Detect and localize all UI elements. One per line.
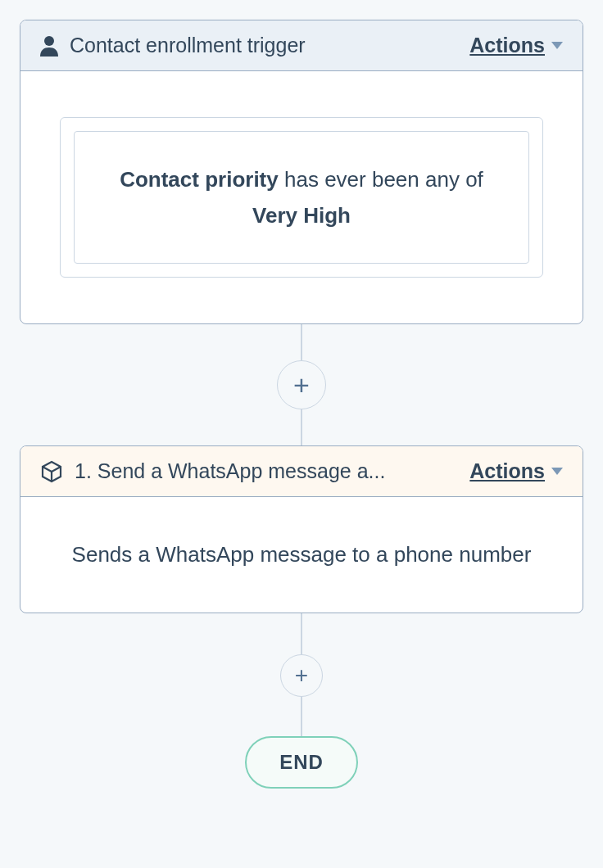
connector-line: + <box>301 613 302 736</box>
action-description: Sends a WhatsApp message to a phone numb… <box>60 536 543 572</box>
cube-icon <box>40 460 63 483</box>
end-node: END <box>245 736 358 789</box>
condition-value: Very High <box>252 203 351 228</box>
connector-line: + <box>301 324 302 445</box>
plus-icon: + <box>293 371 310 399</box>
trigger-card-header: Contact enrollment trigger Actions <box>20 20 583 71</box>
action-card: 1. Send a WhatsApp message a... Actions … <box>20 445 583 613</box>
trigger-title: Contact enrollment trigger <box>70 34 306 57</box>
add-step-button[interactable]: + <box>280 654 323 697</box>
action-card-body: Sends a WhatsApp message to a phone numb… <box>20 497 583 612</box>
svg-point-0 <box>44 36 54 46</box>
action-actions-dropdown[interactable]: Actions <box>469 459 563 483</box>
condition-item: Contact priority has ever been any of Ve… <box>74 131 529 264</box>
trigger-header-left: Contact enrollment trigger <box>40 34 469 57</box>
plus-icon: + <box>295 664 308 687</box>
action-header-left: 1. Send a WhatsApp message a... <box>40 459 469 483</box>
contact-icon <box>40 35 58 57</box>
add-step-button[interactable]: + <box>277 360 326 409</box>
trigger-card: Contact enrollment trigger Actions Conta… <box>20 20 583 324</box>
actions-label: Actions <box>469 459 545 483</box>
action-card-header: 1. Send a WhatsApp message a... Actions <box>20 446 583 497</box>
action-title: 1. Send a WhatsApp message a... <box>75 459 385 483</box>
caret-down-icon <box>551 468 563 475</box>
condition-group[interactable]: Contact priority has ever been any of Ve… <box>60 117 543 278</box>
condition-property: Contact priority <box>120 167 279 192</box>
actions-label: Actions <box>469 34 545 57</box>
caret-down-icon <box>551 42 563 49</box>
end-label: END <box>279 751 324 773</box>
trigger-actions-dropdown[interactable]: Actions <box>469 34 563 57</box>
trigger-card-body: Contact priority has ever been any of Ve… <box>20 71 583 323</box>
